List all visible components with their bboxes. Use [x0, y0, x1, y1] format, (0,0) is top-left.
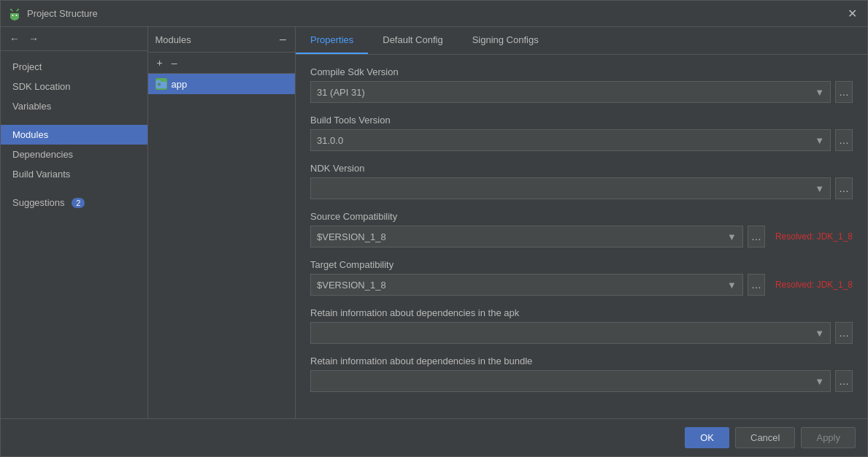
sidebar-area: ← → Project SDK Location Variables Modul…	[1, 27, 296, 418]
ok-button[interactable]: OK	[685, 427, 729, 448]
field-source-compatibility: Source Compatibility $VERSION_1_8 ▼ … Re…	[310, 211, 853, 247]
sidebar-item-build-variants[interactable]: Build Variants	[1, 164, 147, 184]
left-sidebar: ← → Project SDK Location Variables Modul…	[1, 27, 148, 418]
add-module-button[interactable]: +	[154, 55, 166, 70]
select-compile-sdk-version-value: 31 (API 31)	[317, 87, 365, 98]
edit-source-compatibility-button[interactable]: …	[748, 226, 765, 247]
select-source-compatibility[interactable]: $VERSION_1_8 ▼	[310, 226, 743, 247]
chevron-down-icon: ▼	[815, 328, 824, 339]
edit-compile-sdk-version-button[interactable]: …	[835, 81, 853, 103]
suggestions-badge: 2	[72, 198, 85, 208]
field-compile-sdk-version: Compile Sdk Version 31 (API 31) ▼ …	[310, 66, 853, 103]
select-build-tools-version[interactable]: 31.0.0 ▼	[310, 129, 831, 151]
sidebar-item-sdk-location[interactable]: SDK Location	[1, 77, 147, 96]
svg-point-10	[158, 83, 160, 85]
label-retain-apk: Retain information about dependencies in…	[310, 307, 853, 318]
select-ndk-version[interactable]: ▼	[310, 177, 831, 199]
chevron-down-icon: ▼	[815, 87, 824, 98]
chevron-down-icon: ▼	[815, 135, 824, 146]
sidebar-section-3: Suggestions 2	[1, 193, 147, 212]
sidebar-items: Project SDK Location Variables Modules D…	[1, 51, 147, 218]
close-button[interactable]: ✕	[845, 5, 860, 22]
label-compile-sdk-version: Compile Sdk Version	[310, 66, 853, 77]
edit-target-compatibility-button[interactable]: …	[748, 274, 765, 296]
tab-signing-configs[interactable]: Signing Configs	[458, 27, 553, 54]
back-button[interactable]: ←	[7, 31, 23, 46]
select-build-tools-version-value: 31.0.0	[317, 135, 343, 146]
svg-point-7	[18, 9, 19, 10]
module-item-app[interactable]: app	[148, 74, 296, 94]
select-target-compatibility-value: $VERSION_1_8	[317, 280, 386, 291]
label-retain-bundle: Retain information about dependencies in…	[310, 356, 853, 366]
source-compatibility-resolved: Resolved: JDK_1_8	[775, 231, 853, 242]
sidebar-section-2: Modules Dependencies Build Variants	[1, 125, 147, 184]
field-ndk-version: NDK Version ▼ …	[310, 163, 853, 199]
edit-retain-apk-button[interactable]: …	[835, 322, 853, 344]
row-ndk-version: ▼ …	[310, 177, 853, 199]
svg-rect-1	[10, 13, 19, 18]
modules-header: Modules –	[148, 27, 296, 53]
row-compile-sdk-version: 31 (API 31) ▼ …	[310, 81, 853, 103]
sidebar-item-suggestions[interactable]: Suggestions 2	[1, 193, 147, 212]
project-structure-dialog: Project Structure ✕ ← → Project SDK Loca…	[0, 0, 868, 457]
properties-panel: Compile Sdk Version 31 (API 31) ▼ … Buil…	[296, 55, 867, 418]
bottom-bar: OK Cancel Apply	[1, 418, 867, 456]
label-ndk-version: NDK Version	[310, 163, 853, 174]
row-retain-apk: ▼ …	[310, 322, 853, 344]
remove-module-button[interactable]: –	[169, 55, 180, 70]
chevron-down-icon: ▼	[727, 231, 737, 242]
select-compile-sdk-version[interactable]: 31 (API 31) ▼	[310, 81, 831, 103]
tab-default-config[interactable]: Default Config	[368, 27, 457, 54]
svg-point-3	[16, 15, 18, 16]
target-compatibility-resolved: Resolved: JDK_1_8	[775, 280, 853, 290]
modules-title: Modules	[155, 34, 191, 45]
svg-point-6	[10, 9, 12, 10]
field-retain-apk: Retain information about dependencies in…	[310, 307, 853, 344]
select-source-compatibility-value: $VERSION_1_8	[317, 231, 386, 242]
nav-top: ← →	[1, 27, 147, 51]
select-target-compatibility[interactable]: $VERSION_1_8 ▼	[310, 274, 743, 296]
module-icon-app	[155, 78, 167, 90]
sidebar-item-modules[interactable]: Modules	[1, 125, 147, 145]
row-target-compatibility: $VERSION_1_8 ▼ … Resolved: JDK_1_8	[310, 274, 853, 296]
title-bar: Project Structure ✕	[1, 1, 867, 27]
sidebar-item-project[interactable]: Project	[1, 57, 147, 77]
dialog-title: Project Structure	[27, 8, 839, 19]
modules-panel: Modules – + –	[148, 27, 296, 418]
label-source-compatibility: Source Compatibility	[310, 211, 853, 222]
apply-button[interactable]: Apply	[801, 427, 856, 448]
label-target-compatibility: Target Compatibility	[310, 259, 853, 270]
collapse-modules-button[interactable]: –	[278, 33, 288, 46]
edit-build-tools-version-button[interactable]: …	[835, 129, 853, 151]
main-content: Properties Default Config Signing Config…	[296, 27, 867, 418]
label-build-tools-version: Build Tools Version	[310, 115, 853, 126]
tabs-bar: Properties Default Config Signing Config…	[296, 27, 867, 55]
sidebar-item-dependencies[interactable]: Dependencies	[1, 145, 147, 164]
forward-button[interactable]: →	[26, 31, 42, 46]
svg-point-2	[12, 15, 14, 16]
svg-rect-9	[156, 80, 161, 83]
edit-ndk-version-button[interactable]: …	[835, 177, 853, 199]
chevron-down-icon: ▼	[727, 280, 737, 291]
select-retain-apk[interactable]: ▼	[310, 322, 831, 344]
sidebar-item-variables[interactable]: Variables	[1, 96, 147, 116]
android-icon	[8, 7, 21, 20]
modules-list: app	[148, 74, 296, 94]
cancel-button[interactable]: Cancel	[735, 427, 795, 448]
field-retain-bundle: Retain information about dependencies in…	[310, 356, 853, 392]
dialog-content: ← → Project SDK Location Variables Modul…	[1, 27, 867, 418]
tab-properties[interactable]: Properties	[296, 27, 368, 54]
module-label-app: app	[172, 79, 188, 90]
row-retain-bundle: ▼ …	[310, 370, 853, 392]
row-source-compatibility: $VERSION_1_8 ▼ … Resolved: JDK_1_8	[310, 226, 853, 247]
field-target-compatibility: Target Compatibility $VERSION_1_8 ▼ … Re…	[310, 259, 853, 296]
modules-toolbar: + –	[148, 53, 296, 74]
row-build-tools-version: 31.0.0 ▼ …	[310, 129, 853, 151]
chevron-down-icon: ▼	[815, 376, 824, 387]
select-retain-bundle[interactable]: ▼	[310, 370, 831, 392]
edit-retain-bundle-button[interactable]: …	[835, 370, 853, 392]
chevron-down-icon: ▼	[815, 183, 824, 194]
field-build-tools-version: Build Tools Version 31.0.0 ▼ …	[310, 115, 853, 151]
